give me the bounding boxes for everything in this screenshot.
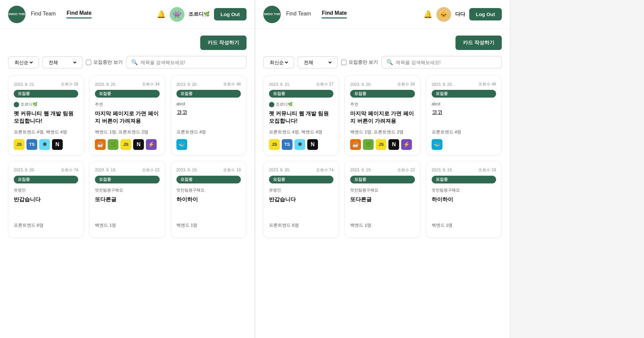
card-meta: 2023. 9. 19. 조회수 19 (176, 167, 241, 173)
recruiting-badge: 모집중 (432, 90, 496, 98)
card-item[interactable]: 2023. 9. 21. 조회수 28 모집중 조르디🌿 펫 커뮤니티 웹 개발… (8, 75, 84, 156)
search-box: 🔍 (126, 56, 247, 68)
tech-icon-java: ☕ (95, 139, 106, 150)
nav-find-mate[interactable]: Find Mate (322, 10, 347, 18)
tech-icon-next: N (388, 139, 399, 150)
card-date: 2023. 9. 21. (14, 82, 35, 87)
card-title: 펫 커뮤니티 웹 개발 팀원 모집합니다! (269, 110, 333, 125)
card-meta: 2023. 9. 20. 조회수 34 (95, 81, 159, 87)
recruiting-badge: 모집중 (176, 90, 241, 98)
category-select-box[interactable]: 전체프론트엔드백엔드 (42, 56, 83, 68)
card-roles: 백엔드 1명 (432, 222, 496, 228)
card-item[interactable]: 2023. 9. 19. 조회수 22 모집중 멋진팀원구해요 또다른글 백엔드… (89, 161, 165, 238)
card-views: 조회수 34 (397, 81, 415, 87)
card-item[interactable]: 2023. 9. 20. 조회수 48 모집중 abcd 고고 프론트엔드 4명… (426, 75, 502, 156)
author-icon (14, 102, 19, 107)
tech-icon-spring: 🌿 (108, 139, 118, 150)
recruiting-badge: 모집중 (95, 176, 159, 183)
sort-select-box[interactable]: 최신순인기순 (8, 56, 39, 68)
category-select[interactable]: 전체프론트엔드백엔드 (47, 59, 77, 65)
nav-right: 🔔 👾 조르디🌿 Log Out (157, 7, 247, 22)
recruiting-only-label[interactable]: 모집중만 보기 (86, 59, 123, 65)
card-title: 하이하이 (176, 196, 241, 218)
tech-icon-redux: ⚡ (146, 139, 157, 150)
card-title: 하이하이 (432, 196, 496, 218)
nav-find-team[interactable]: Find Team (31, 11, 56, 18)
card-subtitle: abcd (176, 102, 241, 106)
card-date: 2023. 9. 20. (176, 82, 198, 87)
card-item[interactable]: 2023. 9. 19. 조회수 22 모집중 멋진팀원구해요 또다른글 백엔드… (344, 161, 420, 238)
card-subtitle: abcd (432, 102, 496, 106)
card-item[interactable]: 2023. 9. 20. 조회수 34 모집중 주연 마지막 페이지로 가면 페… (344, 75, 420, 156)
author-icon (269, 102, 274, 107)
recruiting-badge: 모집중 (176, 176, 241, 183)
tech-icons-list: ☕🌿JSN⚡ (95, 139, 159, 150)
recruiting-only-checkbox[interactable] (86, 60, 91, 65)
bell-icon[interactable]: 🔔 (157, 10, 166, 19)
search-box: 🔍 (381, 56, 502, 68)
search-input[interactable] (396, 60, 497, 65)
sort-select[interactable]: 최신순인기순 (13, 59, 34, 65)
tech-icons-list: JSTS⚛N (269, 139, 333, 150)
card-subtitle: 멋진팀원구해요 (350, 187, 415, 193)
card-views: 조회수 34 (142, 81, 160, 87)
tech-icon-js: JS (14, 139, 24, 150)
card-subtitle: 멋진팀원구해요 (95, 187, 159, 193)
logout-button[interactable]: Log Out (469, 8, 502, 20)
card-item[interactable]: 2023. 9. 20. 조회수 48 모집중 abcd 고고 프론트엔드 4명… (171, 75, 247, 156)
logo[interactable]: SMOO THIE (263, 6, 281, 23)
write-card-button[interactable]: 카드 작성하기 (200, 36, 247, 50)
tech-icon-redux: ⚡ (401, 139, 412, 150)
category-select[interactable]: 전체프론트엔드백엔드 (303, 59, 333, 65)
username: 다다 (455, 11, 465, 17)
card-title: 반갑습니다 (269, 196, 333, 218)
card-roles: 백엔드 1명 (350, 222, 415, 228)
card-date: 2023. 9. 20. (432, 82, 453, 87)
search-input[interactable] (141, 60, 241, 65)
card-meta: 2023. 9. 20. 조회수 34 (350, 81, 415, 87)
card-title: 또다른글 (95, 196, 159, 218)
card-views: 조회수 22 (397, 167, 415, 173)
write-btn-row: 카드 작성하기 (8, 36, 247, 50)
nav-find-team[interactable]: Find Team (286, 11, 311, 18)
card-views: 조회수 74 (316, 167, 334, 173)
card-item[interactable]: 2023. 9. 19. 조회수 19 모집중 멋진팀원구해요 하이하이 백엔드… (171, 161, 247, 238)
card-author: 조르디🌿 (269, 102, 333, 107)
category-select-box[interactable]: 전체프론트엔드백엔드 (298, 56, 338, 68)
navbar: SMOO THIE Find Team Find Mate 🔔 🐱 다다 Log… (255, 0, 510, 29)
card-views: 조회수 28 (61, 81, 78, 87)
panel-right: SMOO THIE Find Team Find Mate 🔔 🐱 다다 Log… (255, 0, 510, 338)
card-views: 조회수 19 (223, 167, 241, 173)
filter-row: 최신순인기순 전체프론트엔드백엔드 모집중만 보기 🔍 (263, 56, 502, 68)
nav-find-mate[interactable]: Find Mate (66, 10, 92, 18)
card-item[interactable]: 2023. 9. 19. 조회수 19 모집중 멋진팀원구해요 하이하이 백엔드… (426, 161, 502, 238)
cards-grid: 2023. 9. 21. 조회수 27 모집중 조르디🌿 펫 커뮤니티 웹 개발… (263, 75, 502, 238)
card-roles: 백엔드 1명 (95, 222, 159, 228)
logo[interactable]: SMOO THIE (8, 6, 25, 23)
card-item[interactable]: 2023. 9. 21. 조회수 27 모집중 조르디🌿 펫 커뮤니티 웹 개발… (263, 75, 339, 156)
sort-select[interactable]: 최신순인기순 (268, 59, 289, 65)
card-views: 조회수 74 (61, 167, 78, 173)
card-title: 또다른글 (350, 196, 415, 218)
recruiting-only-label[interactable]: 모집중만 보기 (341, 59, 378, 65)
card-meta: 2023. 9. 21. 조회수 28 (14, 81, 78, 87)
card-item[interactable]: 2023. 9. 20. 조회수 34 모집중 주연 마지막 페이지로 가면 페… (89, 75, 165, 156)
recruiting-only-checkbox[interactable] (341, 60, 346, 65)
card-roles: 백엔드 1명, 프론트엔드 2명 (95, 129, 159, 135)
card-author: 조르디🌿 (14, 102, 78, 107)
sort-select-box[interactable]: 최신순인기순 (263, 56, 294, 68)
card-subtitle: 유명인 (14, 187, 78, 193)
username: 조르디🌿 (189, 11, 210, 17)
write-card-button[interactable]: 카드 작성하기 (455, 36, 502, 50)
card-views: 조회수 22 (142, 167, 160, 173)
card-roles: 프론트엔드 4명 (176, 129, 241, 135)
card-title: 마지막 페이지로 가면 페이지 버튼이 가려져용 (95, 110, 159, 125)
bell-icon[interactable]: 🔔 (423, 10, 432, 19)
nav-links: Find Team Find Mate (286, 10, 418, 18)
navbar: SMOO THIE Find Team Find Mate 🔔 👾 조르디🌿 L… (0, 0, 255, 29)
logout-button[interactable]: Log Out (214, 8, 247, 20)
card-item[interactable]: 2023. 9. 20. 조회수 74 모집중 유명인 반갑습니다 프론트엔드 … (263, 161, 339, 238)
card-date: 2023. 9. 20. (95, 82, 116, 87)
card-meta: 2023. 9. 20. 조회수 74 (14, 167, 78, 173)
card-item[interactable]: 2023. 9. 20. 조회수 74 모집중 유명인 반갑습니다 프론트엔드 … (8, 161, 84, 238)
